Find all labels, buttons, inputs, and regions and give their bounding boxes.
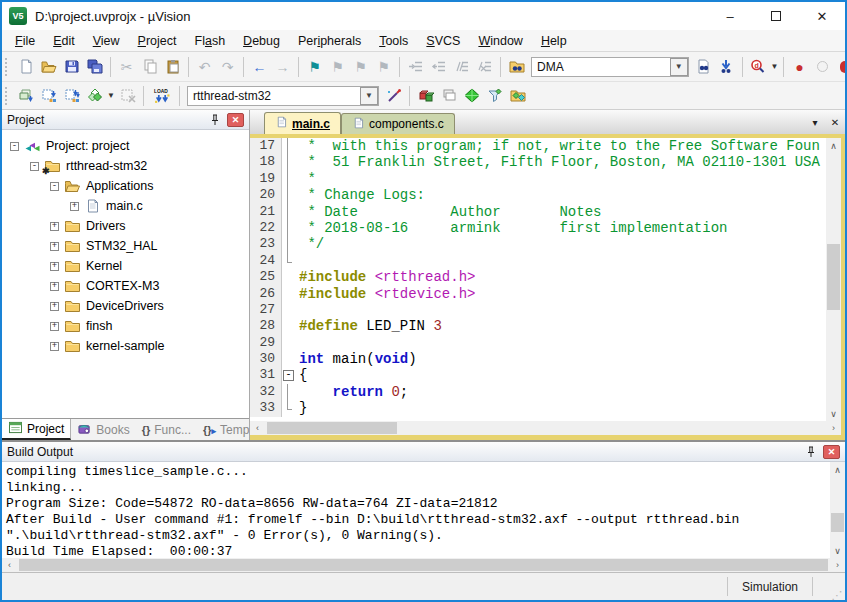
menu-item-debug[interactable]: Debug — [234, 34, 289, 48]
code-line[interactable]: 19 * — [250, 171, 826, 187]
code-line[interactable]: 28#define LED_PIN 3 — [250, 318, 826, 334]
navigate-forward-button[interactable]: → — [271, 56, 294, 78]
expand-toggle-icon[interactable]: + — [50, 322, 59, 331]
code-line[interactable]: 23 */ — [250, 236, 826, 252]
pin-icon[interactable] — [803, 446, 819, 458]
code-line[interactable]: 32 return 0; — [250, 384, 826, 400]
find-in-files-button[interactable] — [505, 56, 528, 78]
tree-item-kernel[interactable]: +Kernel — [2, 256, 249, 276]
project-panel-close-button[interactable]: ✕ — [227, 113, 244, 127]
expand-toggle-icon[interactable]: + — [50, 342, 59, 351]
scroll-left-icon[interactable]: ‹ — [2, 558, 17, 572]
find-text[interactable]: DMA — [532, 60, 670, 74]
menu-item-view[interactable]: View — [84, 34, 129, 48]
options-for-target-button[interactable] — [382, 85, 405, 107]
redo-button[interactable]: ↷ — [216, 56, 239, 78]
scroll-up-icon[interactable]: ∧ — [826, 138, 841, 153]
code-line[interactable]: 24 — [250, 253, 826, 269]
target-dropdown-icon[interactable]: ▼ — [360, 87, 378, 105]
debug-session-button[interactable] — [747, 56, 770, 78]
code-line[interactable]: 29 — [250, 335, 826, 351]
scroll-right-icon[interactable]: › — [830, 558, 845, 572]
menu-item-tools[interactable]: Tools — [370, 34, 417, 48]
tree-item-rtthread-stm32[interactable]: -✱rtthread-stm32 — [2, 156, 249, 176]
menu-item-svcs[interactable]: SVCS — [417, 34, 469, 48]
manage-components-button[interactable] — [414, 85, 437, 107]
close-button[interactable]: ✕ — [799, 2, 845, 30]
comment-button[interactable] — [450, 56, 473, 78]
resize-grip[interactable]: ⋰ — [829, 573, 845, 600]
expand-toggle-icon[interactable]: + — [50, 282, 59, 291]
editor-vertical-scrollbar[interactable]: ∧ ∨ — [826, 138, 841, 421]
scroll-down-icon[interactable]: ∨ — [826, 406, 841, 421]
scroll-right-icon[interactable]: › — [826, 421, 841, 435]
save-button[interactable] — [60, 56, 83, 78]
expand-toggle-icon[interactable]: - — [10, 142, 19, 151]
scrollbar-thumb[interactable] — [831, 513, 844, 531]
menu-item-window[interactable]: Window — [469, 34, 531, 48]
expand-toggle-icon[interactable]: - — [30, 162, 39, 171]
tree-item-finsh[interactable]: +finsh — [2, 316, 249, 336]
manage-project-items-button[interactable] — [506, 85, 529, 107]
editor-tab-main.c[interactable]: main.c — [264, 112, 341, 134]
open-file-button[interactable] — [37, 56, 60, 78]
menu-item-project[interactable]: Project — [129, 34, 186, 48]
scroll-down-icon[interactable]: ∨ — [830, 543, 845, 558]
tree-item-stm32_hal[interactable]: +STM32_HAL — [2, 236, 249, 256]
scrollbar-thumb[interactable] — [827, 244, 840, 310]
code-line[interactable]: 18 * 51 Franklin Street, Fifth Floor, Bo… — [250, 154, 826, 170]
panel-tab-project[interactable]: Project — [2, 419, 71, 440]
undo-button[interactable]: ↶ — [193, 56, 216, 78]
debug-dropdown-icon[interactable]: ▼ — [770, 62, 779, 71]
translate-button[interactable] — [14, 85, 37, 107]
build-horizontal-scrollbar[interactable]: ‹ › — [2, 558, 845, 572]
tree-item-drivers[interactable]: +Drivers — [2, 216, 249, 236]
bookmark-prev-button[interactable]: ⚑ — [326, 56, 349, 78]
code-line[interactable]: 22 * 2018-08-16 armink first implementat… — [250, 220, 826, 236]
file-extensions-button[interactable] — [437, 85, 460, 107]
editor-horizontal-scrollbar[interactable]: ‹ › — [250, 421, 841, 435]
code-line[interactable]: 27 — [250, 302, 826, 318]
incremental-find-button[interactable] — [715, 56, 738, 78]
download-button[interactable] — [148, 85, 175, 107]
editor-tab-components.c[interactable]: components.c — [341, 113, 455, 134]
kill-breakpoints-button[interactable] — [840, 61, 845, 73]
find-combobox[interactable]: DMA ▼ — [531, 57, 689, 77]
disable-breakpoint-button[interactable] — [811, 56, 834, 78]
tree-item-cortex-m3[interactable]: +CORTEX-M3 — [2, 276, 249, 296]
uncomment-button[interactable] — [473, 56, 496, 78]
expand-toggle-icon[interactable]: + — [70, 202, 79, 211]
find-in-document-button[interactable] — [692, 56, 715, 78]
scroll-left-icon[interactable]: ‹ — [250, 421, 265, 435]
build-vertical-scrollbar[interactable]: ∧ ∨ — [830, 462, 845, 558]
code-line[interactable]: 26#include <rtdevice.h> — [250, 286, 826, 302]
find-dropdown-icon[interactable]: ▼ — [670, 58, 688, 76]
minimize-button[interactable]: – — [707, 2, 753, 30]
menu-item-file[interactable]: File — [6, 34, 44, 48]
bookmark-next-button[interactable]: ⚑ — [349, 56, 372, 78]
code-line[interactable]: 25#include <rtthread.h> — [250, 269, 826, 285]
paste-button[interactable] — [161, 56, 184, 78]
bookmark-clear-button[interactable]: ⚑ — [372, 56, 395, 78]
manage-run-time-button[interactable] — [460, 85, 483, 107]
insert-breakpoint-button[interactable]: ● — [788, 56, 811, 78]
maximize-button[interactable] — [753, 2, 799, 30]
code-line[interactable]: 33} — [250, 400, 826, 416]
scroll-up-icon[interactable]: ∧ — [830, 462, 845, 477]
code-line[interactable]: 30int main(void) — [250, 351, 826, 367]
indent-button[interactable] — [404, 56, 427, 78]
target-name[interactable]: rtthread-stm32 — [188, 89, 360, 103]
code-editor[interactable]: 17 * with this program; if not, write to… — [250, 138, 826, 421]
expand-toggle-icon[interactable]: + — [50, 242, 59, 251]
panel-tab-temp[interactable]: {}▸Temp... — [197, 419, 249, 440]
batch-build-dropdown-icon[interactable]: ▼ — [106, 91, 116, 100]
fold-margin[interactable] — [282, 367, 295, 383]
scrollbar-thumb[interactable] — [267, 422, 397, 434]
build-output-close-button[interactable]: ✕ — [823, 445, 840, 459]
target-combobox[interactable]: rtthread-stm32 ▼ — [187, 86, 379, 106]
menu-item-edit[interactable]: Edit — [44, 34, 84, 48]
save-all-button[interactable] — [83, 56, 106, 78]
code-line[interactable]: 17 * with this program; if not, write to… — [250, 138, 826, 154]
cut-button[interactable]: ✂ — [115, 56, 138, 78]
code-line[interactable]: 31{ — [250, 367, 826, 383]
